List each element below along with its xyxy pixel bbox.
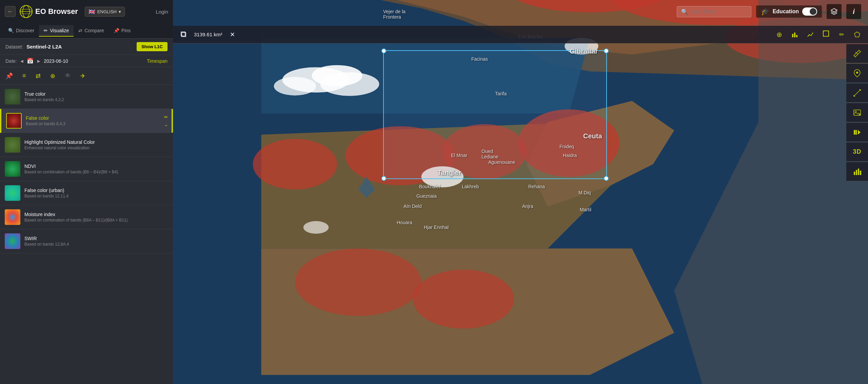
tab-pins[interactable]: 📌 Pins	[109, 25, 135, 37]
square-button[interactable]	[821, 29, 831, 40]
tab-compare-label: Compare	[84, 28, 104, 33]
active-indicator	[172, 109, 173, 133]
svg-rect-47	[860, 171, 861, 175]
timelapse-button[interactable]	[846, 123, 868, 142]
timespan-button[interactable]: Timespan	[147, 58, 167, 64]
layer-item-swir[interactable]: SWIR Based on bands 12,8A,4	[0, 229, 173, 253]
layer-thumb-ndvi	[5, 161, 20, 177]
svg-marker-43	[858, 130, 861, 135]
layer-thumb-true-color	[5, 89, 20, 104]
date-prev-button[interactable]: ◄	[19, 58, 24, 64]
dataset-bar: Dataset: Sentinel-2 L2A Show L1C	[0, 39, 173, 55]
svg-rect-41	[854, 130, 855, 135]
layer-name-false-color: False color	[26, 115, 160, 121]
svg-point-15	[421, 166, 463, 187]
logo-area: EO Browser	[20, 5, 78, 18]
layer-name-ndvi: NDVI	[24, 164, 168, 169]
copy-icon	[180, 31, 187, 38]
crosshair-icon[interactable]: ⊕	[50, 72, 55, 80]
info-button[interactable]: i	[846, 4, 861, 19]
search-input[interactable]	[691, 9, 747, 14]
svg-rect-46	[858, 169, 859, 175]
layer-info-ndvi: NDVI Based on combination of bands (B8 –…	[24, 164, 168, 174]
svg-point-13	[274, 77, 316, 96]
layer-item-highlight[interactable]: Highlight Optimized Natural Color Enhanc…	[0, 133, 173, 157]
layer-thumb-swir	[5, 233, 20, 249]
language-selector[interactable]: 🇬🇧 ENGLISH ▾	[85, 7, 125, 17]
layers-icon	[830, 8, 838, 15]
bar-chart-button[interactable]	[789, 29, 800, 40]
info-icon: i	[853, 8, 855, 16]
date-next-button[interactable]: ►	[36, 58, 41, 64]
layer-desc-false-urban: Based on bands 12,11,4	[24, 194, 168, 198]
swap-icon[interactable]: ⇄	[36, 72, 41, 80]
share-icon[interactable]: ✈	[80, 72, 85, 80]
calendar-icon[interactable]: 📅	[27, 58, 34, 64]
show-l1c-button[interactable]: Show L1C	[137, 42, 167, 51]
layer-name-true-color: True color	[24, 91, 168, 97]
ruler-button[interactable]	[846, 44, 868, 63]
image-download-button[interactable]	[846, 103, 868, 122]
dataset-name: Sentinel-2 L2A	[26, 44, 62, 50]
app-header: ← EO Browser 🇬🇧 ENGLISH ▾ Login	[0, 0, 173, 23]
top-controls: 🔍 🎓 Education i	[173, 0, 868, 23]
pencil-button[interactable]: ✏	[836, 29, 847, 40]
lang-label: ENGLISH	[97, 9, 117, 14]
layer-item-false-color[interactable]: False color Based on bands 8,4,3 ✏ ⌄	[0, 109, 173, 133]
tab-compare[interactable]: ⇄ Compare	[74, 25, 109, 37]
area-value: 3139.61 km²	[194, 32, 222, 37]
layer-item-true-color[interactable]: True color Based on bands 4,3,2	[0, 85, 173, 109]
area-measurement: 3139.61 km²	[194, 32, 222, 37]
tab-discover[interactable]: 🔍 Discover	[3, 25, 39, 37]
polygon-icon	[854, 31, 861, 38]
layer-edit-icon[interactable]: ✏	[164, 114, 168, 120]
layer-expand-icon[interactable]: ⌄	[164, 122, 168, 127]
copy-button[interactable]	[178, 29, 189, 40]
timelapse-icon	[853, 128, 861, 136]
line-chart-button[interactable]	[805, 29, 816, 40]
line-chart-icon	[807, 31, 814, 38]
svg-rect-26	[794, 33, 795, 37]
bar-chart-icon	[791, 31, 798, 38]
layers-button[interactable]	[827, 4, 842, 19]
measure-icon	[853, 89, 861, 97]
image-download-icon	[853, 109, 861, 117]
statistics-button[interactable]	[846, 162, 868, 181]
lang-arrow: ▾	[119, 9, 121, 14]
layer-name-highlight: Highlight Optimized Natural Color	[24, 139, 168, 145]
eo-browser-logo	[20, 5, 33, 18]
tab-pins-label: Pins	[121, 28, 131, 33]
square-icon	[823, 30, 829, 37]
pins-icon: 📌	[114, 28, 119, 33]
svg-point-16	[303, 221, 329, 234]
app-title: EO Browser	[35, 7, 78, 16]
education-toggle[interactable]	[802, 7, 817, 16]
polygon-button[interactable]	[852, 29, 863, 40]
layer-item-ndvi[interactable]: NDVI Based on combination of bands (B8 –…	[0, 157, 173, 181]
date-label: Date:	[5, 58, 17, 64]
settings-icon[interactable]: ≡	[22, 72, 26, 79]
measure-button[interactable]	[846, 83, 868, 102]
close-selection-button[interactable]: ✕	[227, 29, 238, 40]
3d-mode-button[interactable]: 3D	[846, 142, 868, 161]
svg-rect-42	[855, 130, 857, 135]
statistics-icon	[853, 168, 861, 176]
layer-thumb-moisture	[5, 209, 20, 225]
tab-visualize[interactable]: ✏ Visualize	[39, 25, 74, 37]
layer-desc-false-color: Based on bands 8,4,3	[26, 121, 160, 126]
layer-actions-false-color: ✏ ⌄	[164, 114, 168, 127]
layer-item-false-urban[interactable]: False color (urban) Based on bands 12,11…	[0, 181, 173, 205]
svg-point-17	[295, 249, 421, 316]
poi-button[interactable]	[846, 64, 868, 83]
visibility-icon[interactable]: 👁	[65, 72, 71, 79]
close-icon: ✕	[230, 31, 235, 38]
search-box[interactable]: 🔍	[677, 6, 751, 17]
flag-icon: 🇬🇧	[88, 8, 95, 15]
pin-icon[interactable]: 📌	[5, 72, 13, 80]
login-button[interactable]: Login	[156, 9, 168, 15]
ruler-icon	[853, 49, 862, 58]
layer-item-moisture[interactable]: Moisture index Based on combination of b…	[0, 205, 173, 229]
crosshair-button[interactable]: ⊕	[774, 29, 785, 40]
svg-rect-45	[856, 170, 857, 175]
back-button[interactable]: ←	[5, 6, 16, 17]
